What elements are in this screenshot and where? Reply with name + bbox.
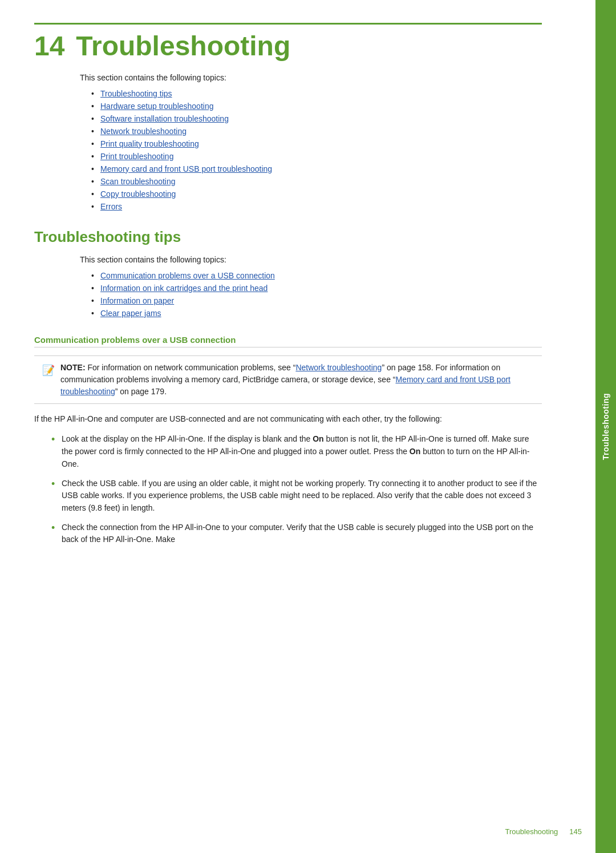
toc-item: Print troubleshooting bbox=[91, 152, 542, 161]
note-content: NOTE: For information on network communi… bbox=[60, 362, 534, 398]
right-tab: Troubleshooting bbox=[595, 0, 616, 853]
chapter-number: 14 bbox=[34, 31, 64, 61]
right-tab-label: Troubleshooting bbox=[601, 393, 610, 460]
toc-link[interactable]: Copy troubleshooting bbox=[100, 189, 176, 199]
footer-page-number: 145 bbox=[569, 827, 582, 836]
toc-item: Software installation troubleshooting bbox=[91, 114, 542, 123]
toc-link[interactable]: Scan troubleshooting bbox=[100, 177, 176, 186]
list-item: Check the connection from the HP All-in-… bbox=[51, 521, 542, 546]
toc-item: Memory card and front USB port troublesh… bbox=[91, 164, 542, 173]
note-text3: ” on page 179. bbox=[115, 387, 167, 396]
content-bullet-list: Look at the display on the HP All-in-One… bbox=[51, 433, 542, 546]
toc-link[interactable]: Clear paper jams bbox=[100, 309, 161, 318]
page-content: 14 Troubleshooting This section contains… bbox=[0, 0, 576, 853]
toc-link[interactable]: Information on paper bbox=[100, 296, 174, 305]
body-para: If the HP All-in-One and computer are US… bbox=[34, 413, 542, 426]
toc-link[interactable]: Print quality troubleshooting bbox=[100, 139, 199, 148]
toc-item: Errors bbox=[91, 202, 542, 211]
toc-link[interactable]: Communication problems over a USB connec… bbox=[100, 271, 275, 280]
footer-section-name: Troubleshooting bbox=[505, 827, 558, 836]
note-label: NOTE: bbox=[60, 363, 86, 372]
toc-link[interactable]: Software installation troubleshooting bbox=[100, 114, 229, 123]
toc-item: Information on paper bbox=[91, 296, 542, 305]
toc-link[interactable]: Memory card and front USB port troublesh… bbox=[100, 164, 272, 173]
subsection1-heading: Communication problems over a USB connec… bbox=[34, 335, 542, 347]
note-box: 📝 NOTE: For information on network commu… bbox=[34, 355, 542, 404]
toc-link[interactable]: Troubleshooting tips bbox=[100, 89, 172, 98]
toc-link[interactable]: Errors bbox=[100, 202, 122, 211]
toc-item: Scan troubleshooting bbox=[91, 177, 542, 186]
toc-item: Clear paper jams bbox=[91, 309, 542, 318]
chapter-title: Troubleshooting bbox=[76, 31, 290, 61]
toc-item: Information on ink cartridges and the pr… bbox=[91, 284, 542, 293]
section1-heading: Troubleshooting tips bbox=[34, 228, 542, 246]
note-icon: 📝 bbox=[42, 363, 55, 398]
list-item: Check the USB cable. If you are using an… bbox=[51, 478, 542, 515]
toc-link[interactable]: Print troubleshooting bbox=[100, 152, 173, 161]
section1-intro: This section contains the following topi… bbox=[80, 255, 542, 264]
toc-item: Hardware setup troubleshooting bbox=[91, 102, 542, 111]
toc-item: Print quality troubleshooting bbox=[91, 139, 542, 148]
note-link1[interactable]: Network troubleshooting bbox=[295, 363, 382, 372]
chapter-heading: 14 Troubleshooting bbox=[34, 23, 542, 62]
section1-toc-list: Communication problems over a USB connec… bbox=[91, 271, 542, 318]
page-footer: Troubleshooting 145 bbox=[505, 827, 582, 836]
toc-item: Communication problems over a USB connec… bbox=[91, 271, 542, 280]
chapter-intro: This section contains the following topi… bbox=[80, 73, 542, 82]
chapter-toc-list: Troubleshooting tips Hardware setup trou… bbox=[91, 89, 542, 211]
toc-link[interactable]: Information on ink cartridges and the pr… bbox=[100, 284, 268, 293]
toc-link[interactable]: Network troubleshooting bbox=[100, 127, 187, 136]
list-item: Look at the display on the HP All-in-One… bbox=[51, 433, 542, 470]
toc-item: Network troubleshooting bbox=[91, 127, 542, 136]
toc-item: Troubleshooting tips bbox=[91, 89, 542, 98]
toc-item: Copy troubleshooting bbox=[91, 189, 542, 199]
toc-link[interactable]: Hardware setup troubleshooting bbox=[100, 102, 213, 111]
note-text1: For information on network communication… bbox=[87, 363, 295, 372]
